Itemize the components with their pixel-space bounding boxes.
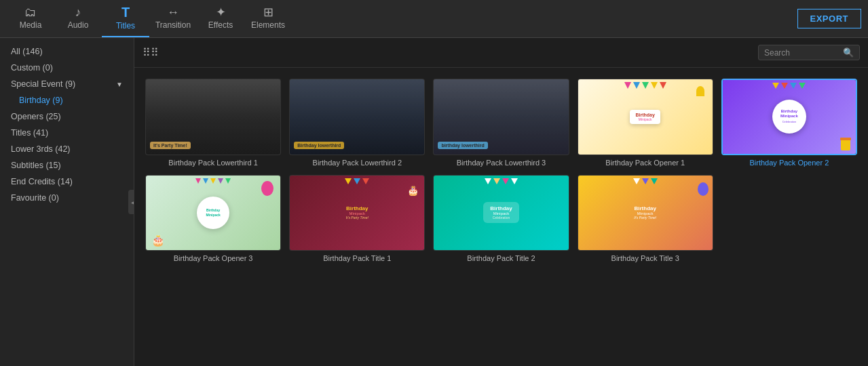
- grid-item-opener1[interactable]: Birthday Minipack Birthday Pack Opener 1: [578, 79, 713, 167]
- thumbnail-lowerthird1: It's Party Time!: [145, 79, 281, 155]
- sidebar-item-titles[interactable]: Titles (41): [0, 125, 134, 141]
- nav-elements[interactable]: ⊞ Elements: [244, 0, 292, 37]
- sidebar-item-openers[interactable]: Openers (25): [0, 108, 134, 125]
- grid-item-title3[interactable]: Birthday Minipack It's Party Time! Birth…: [578, 175, 713, 263]
- chevron-down-icon: ▼: [116, 81, 123, 88]
- grid-view-button[interactable]: ⠿⠿: [143, 46, 159, 59]
- main-area: All (146) Custom (0) Special Event (9) ▼…: [0, 38, 868, 366]
- search-input[interactable]: [764, 48, 839, 58]
- elements-icon: ⊞: [263, 6, 273, 18]
- sidebar-item-endcredits[interactable]: End Credits (14): [0, 174, 134, 190]
- nav-elements-label: Elements: [251, 20, 285, 30]
- grid-item-label-opener3: Birthday Pack Opener 3: [145, 254, 281, 262]
- content-area: ⠿⠿ 🔍 It's Party Time! Birthday Pack Lowe…: [134, 38, 868, 366]
- grid-item-label-lowerthird3: Birthday Pack Lowerthird 3: [433, 159, 569, 167]
- nav-titles[interactable]: T Titles: [102, 0, 149, 37]
- thumbnail-title3: Birthday Minipack It's Party Time!: [578, 175, 713, 251]
- sidebar-item-all[interactable]: All (146): [0, 43, 134, 60]
- sidebar-item-lower3rds[interactable]: Lower 3rds (42): [0, 141, 134, 157]
- thumbnail-opener3: BirthdayMinipack 🎂: [145, 175, 281, 251]
- thumbnail-lowerthird3: birthday lowerthird: [433, 79, 569, 155]
- grid-item-opener3[interactable]: BirthdayMinipack 🎂 Birthday Pack Opener …: [145, 175, 281, 263]
- content-grid: It's Party Time! Birthday Pack Lowerthir…: [134, 68, 868, 273]
- nav-titles-label: Titles: [116, 21, 135, 30]
- grid-item-label-title2: Birthday Pack Title 2: [433, 254, 569, 262]
- nav-media[interactable]: 🗂 Media: [7, 0, 54, 37]
- titles-icon: T: [121, 5, 130, 19]
- nav-audio[interactable]: ♪ Audio: [54, 0, 102, 37]
- thumbnail-title1: Birthday Minipack It's Party Time! 🎂: [289, 175, 425, 251]
- nav-audio-label: Audio: [68, 20, 89, 30]
- search-box: 🔍: [758, 45, 860, 60]
- transition-icon: ↔: [167, 6, 179, 18]
- grid-item-lowerthird1[interactable]: It's Party Time! Birthday Pack Lowerthir…: [145, 79, 281, 167]
- top-navigation: 🗂 Media ♪ Audio T Titles ↔ Transition ✦ …: [0, 0, 868, 38]
- media-icon: 🗂: [24, 6, 37, 18]
- grid-item-label-opener2: Birthday Pack Opener 2: [721, 159, 857, 167]
- thumbnail-title2: Birthday Minipack Celebration: [433, 175, 569, 251]
- sidebar-collapse-handle[interactable]: ◀: [128, 190, 134, 214]
- sidebar-item-custom[interactable]: Custom (0): [0, 60, 134, 76]
- nav-transition[interactable]: ↔ Transition: [149, 0, 197, 37]
- nav-transition-label: Transition: [155, 20, 191, 30]
- sidebar-item-subtitles[interactable]: Subtitles (15): [0, 157, 134, 174]
- search-icon: 🔍: [843, 47, 854, 58]
- nav-effects[interactable]: ✦ Effects: [197, 0, 244, 37]
- grid-item-label-title3: Birthday Pack Title 3: [578, 254, 713, 262]
- grid-item-label-lowerthird2: Birthday Pack Lowerthird 2: [289, 159, 425, 167]
- thumbnail-lowerthird2: Birthday lowerthird: [289, 79, 425, 155]
- nav-media-label: Media: [20, 20, 42, 30]
- grid-item-label-opener1: Birthday Pack Opener 1: [578, 159, 713, 167]
- grid-item-label-lowerthird1: Birthday Pack Lowerthird 1: [145, 159, 281, 167]
- nav-effects-label: Effects: [208, 20, 233, 30]
- thumbnail-opener2: BirthdayMinipackCelebration: [721, 79, 857, 155]
- sidebar-item-birthday[interactable]: Birthday (9): [0, 92, 134, 108]
- sidebar-item-special-event[interactable]: Special Event (9) ▼: [0, 76, 134, 92]
- grid-item-title1[interactable]: Birthday Minipack It's Party Time! 🎂 Bir…: [289, 175, 425, 263]
- grid-item-lowerthird3[interactable]: birthday lowerthird Birthday Pack Lowert…: [433, 79, 569, 167]
- grid-item-title2[interactable]: Birthday Minipack Celebration Birthday P…: [433, 175, 569, 263]
- sidebar: All (146) Custom (0) Special Event (9) ▼…: [0, 38, 134, 366]
- thumbnail-opener1: Birthday Minipack: [578, 79, 713, 155]
- audio-icon: ♪: [75, 6, 81, 18]
- sidebar-item-favourite[interactable]: Favourite (0): [0, 190, 134, 206]
- grid-item-opener2[interactable]: BirthdayMinipackCelebration Birthday Pac…: [721, 79, 857, 167]
- export-button[interactable]: EXPORT: [797, 9, 861, 28]
- content-toolbar: ⠿⠿ 🔍: [134, 38, 868, 68]
- effects-icon: ✦: [216, 6, 226, 18]
- grid-item-label-title1: Birthday Pack Title 1: [289, 254, 425, 262]
- grid-item-lowerthird2[interactable]: Birthday lowerthird Birthday Pack Lowert…: [289, 79, 425, 167]
